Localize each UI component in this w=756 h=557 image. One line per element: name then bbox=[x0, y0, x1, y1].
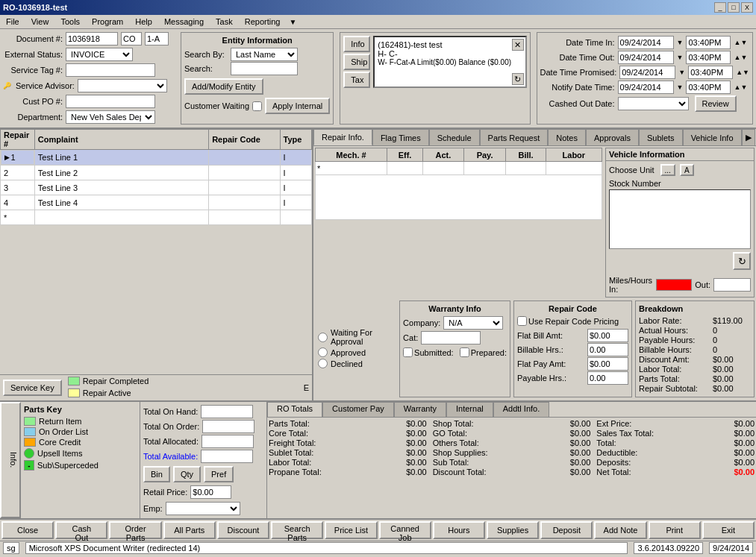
entity-close-icon[interactable]: ✕ bbox=[512, 39, 524, 51]
cust-po-input[interactable] bbox=[66, 95, 155, 108]
co-suffix-input[interactable] bbox=[145, 32, 169, 45]
table-row[interactable]: 2 Test Line 2 I bbox=[1, 166, 312, 180]
minimize-btn[interactable]: _ bbox=[714, 2, 726, 13]
bin-btn[interactable]: Bin bbox=[143, 466, 170, 482]
retail-price-input[interactable] bbox=[190, 485, 231, 499]
menu-messaging[interactable]: Messaging bbox=[161, 16, 207, 27]
menu-program[interactable]: Program bbox=[89, 16, 126, 27]
date-time-out-time[interactable] bbox=[686, 51, 731, 64]
hours-btn[interactable]: Hours bbox=[433, 521, 485, 539]
tab-parts-request[interactable]: Parts Request bbox=[480, 129, 549, 145]
order-parts-btn[interactable]: Order Parts bbox=[109, 521, 161, 539]
menu-tools[interactable]: Tools bbox=[57, 16, 83, 27]
notify-date[interactable] bbox=[618, 81, 674, 94]
print-btn[interactable]: Print bbox=[649, 521, 701, 539]
table-row[interactable]: 4 Test Line 4 I bbox=[1, 195, 312, 210]
service-tag-input[interactable] bbox=[66, 63, 155, 77]
add-note-btn[interactable]: Add Note bbox=[594, 521, 646, 539]
payable-hrs-input[interactable] bbox=[587, 371, 628, 385]
submitted-checkbox[interactable] bbox=[403, 347, 413, 357]
a-btn[interactable]: A bbox=[680, 164, 694, 176]
tab-flag-times[interactable]: Flag Times bbox=[372, 129, 429, 145]
menu-help[interactable]: Help bbox=[132, 16, 155, 27]
qty-btn[interactable]: Qty bbox=[173, 466, 201, 482]
notify-date-dropdown[interactable]: ▼ bbox=[677, 84, 684, 91]
date-time-out-date[interactable] bbox=[618, 51, 674, 64]
menu-reporting[interactable]: Reporting bbox=[242, 16, 284, 27]
flat-pay-amt-input[interactable] bbox=[587, 357, 628, 371]
cash-out-btn[interactable]: Cash Out bbox=[55, 521, 107, 539]
miles-out-input[interactable] bbox=[713, 278, 751, 292]
use-repair-code-checkbox[interactable] bbox=[517, 316, 527, 326]
miles-in-input[interactable] bbox=[656, 279, 692, 291]
date-out-dropdown[interactable]: ▼ bbox=[677, 54, 684, 61]
totals-tab-ro[interactable]: RO Totals bbox=[267, 402, 322, 417]
flat-bill-amt-input[interactable] bbox=[587, 329, 628, 342]
search-by-select[interactable]: Last Name bbox=[231, 48, 298, 61]
exit-btn[interactable]: Exit bbox=[702, 521, 755, 539]
doc-number-input[interactable] bbox=[66, 32, 118, 45]
tab-notes[interactable]: Notes bbox=[548, 129, 586, 145]
date-time-in-time[interactable] bbox=[686, 36, 731, 49]
date-time-promised-date[interactable] bbox=[619, 66, 675, 79]
close-btn[interactable]: Close bbox=[1, 521, 54, 539]
canned-job-btn[interactable]: Canned Job bbox=[379, 521, 431, 539]
service-key-btn[interactable]: Service Key bbox=[3, 380, 62, 396]
close-btn[interactable]: X bbox=[741, 2, 753, 13]
totals-tab-warranty[interactable]: Warranty bbox=[394, 402, 446, 417]
billable-hrs-input[interactable] bbox=[587, 343, 628, 356]
table-row[interactable]: 3 Test Line 3 I bbox=[1, 180, 312, 195]
prepared-checkbox[interactable] bbox=[460, 347, 469, 357]
menu-task[interactable]: Task bbox=[213, 16, 236, 27]
choose-unit-btn[interactable]: ... bbox=[660, 164, 675, 176]
declined-radio[interactable] bbox=[318, 359, 328, 368]
window-controls[interactable]: _ □ X bbox=[714, 2, 753, 13]
total-available-input[interactable] bbox=[201, 450, 253, 463]
service-advisor-select[interactable] bbox=[78, 79, 167, 92]
date-in-dropdown[interactable]: ▼ bbox=[677, 39, 684, 46]
maximize-btn[interactable]: □ bbox=[728, 2, 740, 13]
tab-approvals[interactable]: Approvals bbox=[586, 129, 639, 145]
co-input[interactable] bbox=[121, 32, 142, 45]
notify-time-spinner[interactable]: ▲▼ bbox=[734, 84, 747, 91]
menu-view[interactable]: View bbox=[28, 16, 52, 27]
tab-sublets[interactable]: Sublets bbox=[639, 129, 683, 145]
deposit-btn[interactable]: Deposit bbox=[540, 521, 593, 539]
add-modify-entity-btn[interactable]: Add/Modify Entity bbox=[184, 78, 263, 95]
info-btn[interactable]: Info bbox=[343, 36, 370, 52]
tax-btn[interactable]: Tax bbox=[343, 72, 370, 88]
review-btn[interactable]: Review bbox=[695, 95, 737, 112]
supplies-btn[interactable]: Supplies bbox=[487, 521, 539, 539]
total-on-order-input[interactable] bbox=[202, 420, 254, 433]
date-time-promised-time[interactable] bbox=[688, 66, 733, 79]
apply-internal-btn[interactable]: Apply Internal bbox=[265, 98, 330, 114]
vehicle-refresh-btn[interactable]: ↻ bbox=[733, 252, 751, 270]
pref-btn[interactable]: Pref bbox=[204, 466, 234, 482]
tab-more[interactable]: ▶ bbox=[742, 129, 755, 145]
notify-time[interactable] bbox=[686, 81, 731, 94]
time-promised-spinner[interactable]: ▲▼ bbox=[736, 69, 749, 76]
info-side-btn[interactable]: Info. bbox=[0, 402, 21, 518]
date-time-in-date[interactable] bbox=[618, 36, 674, 49]
search-input[interactable] bbox=[231, 62, 298, 75]
menu-file[interactable]: File bbox=[3, 16, 22, 27]
price-list-btn[interactable]: Price List bbox=[325, 521, 377, 539]
approved-radio[interactable] bbox=[318, 347, 328, 357]
search-parts-btn[interactable]: Search Parts bbox=[271, 521, 323, 539]
waiting-approval-radio[interactable] bbox=[318, 333, 328, 342]
entity-refresh-icon[interactable]: ↻ bbox=[512, 73, 524, 85]
department-select[interactable]: New Veh Sales Dep bbox=[66, 110, 155, 124]
totals-tab-customer[interactable]: Customer Pay bbox=[322, 402, 394, 417]
totals-tab-addtl[interactable]: Addtl Info. bbox=[493, 402, 550, 417]
customer-waiting-checkbox[interactable] bbox=[252, 101, 262, 111]
cashed-out-select[interactable] bbox=[618, 97, 689, 110]
all-parts-btn[interactable]: All Parts bbox=[163, 521, 216, 539]
time-out-spinner[interactable]: ▲▼ bbox=[734, 54, 747, 61]
date-promised-dropdown[interactable]: ▼ bbox=[678, 69, 685, 76]
time-in-spinner[interactable]: ▲▼ bbox=[734, 39, 747, 46]
emp-select[interactable] bbox=[166, 502, 240, 515]
table-row-new[interactable]: * bbox=[1, 210, 312, 225]
tab-repair-info[interactable]: Repair Info. bbox=[313, 129, 372, 145]
company-select[interactable]: N/A bbox=[443, 316, 503, 330]
ext-status-select[interactable]: INVOICE bbox=[66, 48, 133, 61]
